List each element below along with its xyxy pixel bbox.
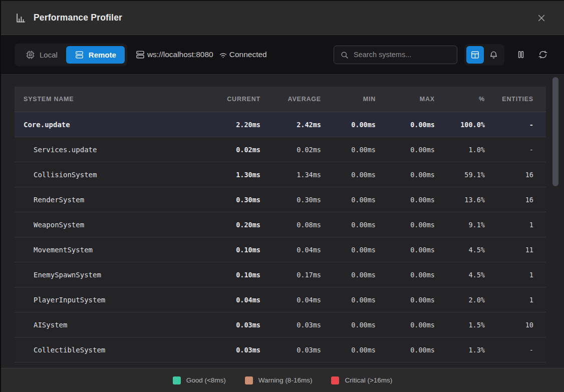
cell-average: 0.02ms: [260, 146, 321, 154]
table-row[interactable]: AISystem 0.03ms 0.03ms 0.00ms 0.00ms 1.5…: [15, 312, 546, 337]
legend-swatch: [173, 376, 181, 384]
legend-label: Warning (8-16ms): [258, 376, 313, 384]
tab-local-label: Local: [40, 51, 58, 59]
search-box: [334, 46, 457, 64]
cell-max: 0.00ms: [376, 271, 435, 279]
cell-current: 0.30ms: [204, 196, 260, 204]
titlebar: Performance Profiler: [1, 1, 564, 35]
cell-max: 0.00ms: [376, 171, 435, 179]
cell-current: 1.30ms: [204, 171, 260, 179]
cell-current: 2.20ms: [204, 121, 260, 129]
tab-local[interactable]: Local: [17, 46, 66, 64]
cell-system-name: CollectibleSystem: [15, 346, 204, 354]
cell-average: 0.04ms: [260, 246, 321, 254]
page-title: Performance Profiler: [34, 13, 122, 23]
systems-table: SYSTEM NAME CURRENT AVERAGE MIN MAX % EN…: [15, 87, 546, 362]
wifi-icon: [218, 50, 228, 60]
cell-min: 0.00ms: [321, 321, 376, 329]
cell-current: 0.20ms: [204, 221, 260, 229]
column-header-max[interactable]: MAX: [376, 96, 435, 103]
table-row[interactable]: CollectibleSystem 0.03ms 0.03ms 0.00ms 0…: [15, 337, 546, 362]
cell-max: 0.00ms: [376, 146, 435, 154]
table-row[interactable]: RenderSystem 0.30ms 0.30ms 0.00ms 0.00ms…: [15, 187, 546, 212]
connection-status: Connected: [218, 50, 267, 60]
connection-status-text: Connected: [229, 50, 267, 59]
legend-swatch: [331, 376, 339, 384]
cell-current: 0.03ms: [204, 346, 260, 354]
table-view-icon: [470, 50, 480, 60]
search-input[interactable]: [354, 51, 451, 59]
cell-min: 0.00ms: [321, 246, 376, 254]
cell-system-name: AISystem: [15, 321, 204, 329]
cell-system-name: EnemySpawnSystem: [15, 271, 204, 279]
cell-percent: 1.5%: [435, 321, 485, 329]
column-header-average[interactable]: AVERAGE: [260, 96, 321, 103]
performance-profiler-window: Performance Profiler Local: [0, 0, 564, 392]
cell-current: 0.10ms: [204, 246, 260, 254]
table-row[interactable]: Core.update 2.20ms 2.42ms 0.00ms 0.00ms …: [15, 112, 546, 137]
cell-max: 0.00ms: [376, 246, 435, 254]
cell-max: 0.00ms: [376, 121, 435, 129]
cell-average: 0.17ms: [260, 271, 321, 279]
cell-current: 0.10ms: [204, 271, 260, 279]
table-row[interactable]: MovementSystem 0.10ms 0.04ms 0.00ms 0.00…: [15, 237, 546, 262]
pause-icon: [516, 50, 526, 60]
cell-max: 0.00ms: [376, 296, 435, 304]
table-row[interactable]: PlayerInputSystem 0.04ms 0.04ms 0.00ms 0…: [15, 287, 546, 312]
cell-average: 0.30ms: [260, 196, 321, 204]
cell-entities: -: [485, 146, 533, 154]
cell-min: 0.00ms: [321, 296, 376, 304]
table-row[interactable]: CollisionSystem 1.30ms 1.34ms 0.00ms 0.0…: [15, 162, 546, 187]
view-toggle-group: [464, 44, 504, 66]
cell-min: 0.00ms: [321, 271, 376, 279]
cell-entities: 1: [485, 221, 533, 229]
vertical-scrollbar-thumb[interactable]: [552, 77, 558, 186]
cpu-icon: [26, 50, 35, 60]
cell-current: 0.02ms: [204, 146, 260, 154]
cell-system-name: CollisionSystem: [15, 171, 204, 179]
cell-min: 0.00ms: [321, 221, 376, 229]
bell-icon: [489, 50, 498, 60]
legend-swatch: [245, 376, 253, 384]
tab-remote[interactable]: Remote: [66, 46, 125, 64]
toolbar: Local Remote: [1, 35, 564, 75]
legend-item: Good (<8ms): [173, 376, 226, 384]
cell-entities: 16: [485, 171, 533, 179]
cell-max: 0.00ms: [376, 346, 435, 354]
table-body: Core.update 2.20ms 2.42ms 0.00ms 0.00ms …: [15, 112, 546, 362]
legend-label: Critical (>16ms): [345, 376, 392, 384]
cell-entities: 10: [485, 321, 533, 329]
close-button[interactable]: [533, 10, 550, 27]
refresh-button[interactable]: [535, 47, 550, 62]
tab-remote-label: Remote: [89, 51, 116, 59]
cell-system-name: PlayerInputSystem: [15, 296, 204, 304]
server-icon: [75, 50, 84, 60]
table-row[interactable]: WeaponSystem 0.20ms 0.08ms 0.00ms 0.00ms…: [15, 212, 546, 237]
column-header-min[interactable]: MIN: [321, 96, 376, 103]
table-view-button[interactable]: [466, 46, 484, 64]
cell-system-name: MovementSystem: [15, 246, 204, 254]
alerts-button[interactable]: [485, 46, 502, 64]
cell-percent: 59.1%: [435, 171, 485, 179]
cell-entities: 1: [485, 296, 533, 304]
cell-percent: 1.3%: [435, 346, 485, 354]
column-header-entities[interactable]: ENTITIES: [485, 96, 533, 103]
cell-min: 0.00ms: [321, 171, 376, 179]
cell-entities: -: [485, 121, 533, 129]
search-icon: [340, 51, 349, 59]
server-icon: [135, 50, 145, 60]
legend-item: Warning (8-16ms): [245, 376, 313, 384]
cell-average: 0.04ms: [260, 296, 321, 304]
table-row[interactable]: EnemySpawnSystem 0.10ms 0.17ms 0.00ms 0.…: [15, 262, 546, 287]
pause-button[interactable]: [513, 47, 528, 62]
table-row[interactable]: Services.update 0.02ms 0.02ms 0.00ms 0.0…: [15, 137, 546, 162]
column-header-percent[interactable]: %: [435, 96, 485, 103]
cell-average: 1.34ms: [260, 171, 321, 179]
column-header-current[interactable]: CURRENT: [204, 96, 260, 103]
column-header-system-name[interactable]: SYSTEM NAME: [15, 96, 204, 103]
cell-percent: 9.1%: [435, 221, 485, 229]
cell-percent: 4.5%: [435, 246, 485, 254]
connection-url-text: ws://localhost:8080: [147, 50, 213, 59]
bar-chart-icon: [15, 13, 26, 24]
source-tab-group: Local Remote: [15, 44, 127, 66]
